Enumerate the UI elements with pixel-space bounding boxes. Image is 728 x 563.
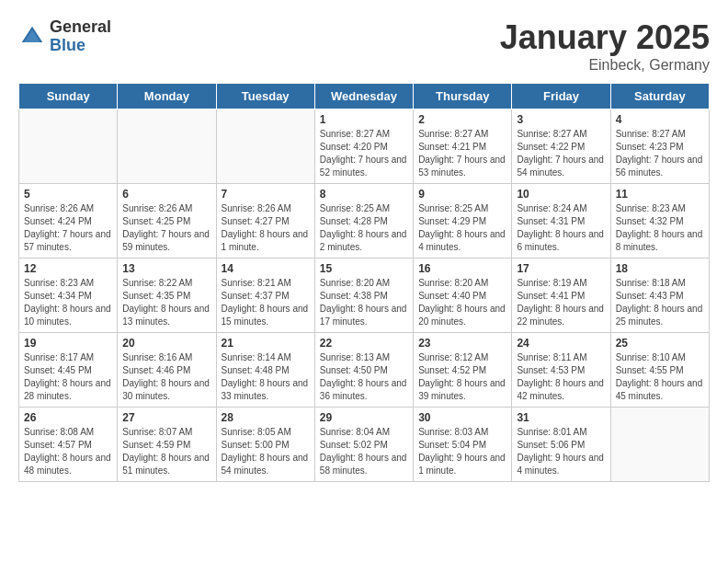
day-info: Sunrise: 8:23 AM Sunset: 4:32 PM Dayligh… (616, 202, 704, 254)
week-row-2: 5Sunrise: 8:26 AM Sunset: 4:24 PM Daylig… (19, 184, 710, 259)
calendar-cell: 25Sunrise: 8:10 AM Sunset: 4:55 PM Dayli… (610, 333, 709, 408)
weekday-header-monday: Monday (118, 84, 216, 109)
day-number: 1 (320, 113, 408, 126)
day-number: 26 (24, 411, 112, 424)
calendar-cell: 31Sunrise: 8:01 AM Sunset: 5:06 PM Dayli… (512, 408, 610, 482)
day-info: Sunrise: 8:26 AM Sunset: 4:25 PM Dayligh… (122, 202, 210, 254)
calendar-cell: 26Sunrise: 8:08 AM Sunset: 4:57 PM Dayli… (19, 408, 118, 482)
calendar-cell: 8Sunrise: 8:25 AM Sunset: 4:28 PM Daylig… (314, 184, 413, 259)
calendar-cell: 17Sunrise: 8:19 AM Sunset: 4:41 PM Dayli… (512, 259, 610, 333)
day-number: 20 (122, 337, 210, 350)
calendar-cell: 11Sunrise: 8:23 AM Sunset: 4:32 PM Dayli… (610, 184, 709, 259)
day-number: 13 (122, 262, 210, 275)
calendar-cell: 15Sunrise: 8:20 AM Sunset: 4:38 PM Dayli… (314, 259, 413, 333)
calendar-cell: 18Sunrise: 8:18 AM Sunset: 4:43 PM Dayli… (610, 259, 709, 333)
calendar-cell: 22Sunrise: 8:13 AM Sunset: 4:50 PM Dayli… (314, 333, 413, 408)
calendar-cell (118, 109, 216, 184)
day-info: Sunrise: 8:27 AM Sunset: 4:23 PM Dayligh… (616, 128, 704, 179)
weekday-row: SundayMondayTuesdayWednesdayThursdayFrid… (19, 84, 710, 109)
calendar-cell: 13Sunrise: 8:22 AM Sunset: 4:35 PM Dayli… (118, 259, 216, 333)
day-info: Sunrise: 8:22 AM Sunset: 4:35 PM Dayligh… (122, 277, 210, 328)
calendar-cell: 3Sunrise: 8:27 AM Sunset: 4:22 PM Daylig… (512, 109, 610, 184)
day-number: 9 (418, 188, 506, 201)
day-info: Sunrise: 8:25 AM Sunset: 4:28 PM Dayligh… (320, 202, 408, 254)
calendar-header: SundayMondayTuesdayWednesdayThursdayFrid… (19, 84, 710, 109)
day-info: Sunrise: 8:07 AM Sunset: 4:59 PM Dayligh… (122, 426, 210, 477)
day-info: Sunrise: 8:27 AM Sunset: 4:22 PM Dayligh… (517, 128, 605, 179)
day-info: Sunrise: 8:18 AM Sunset: 4:43 PM Dayligh… (616, 277, 704, 328)
day-number: 28 (222, 411, 310, 424)
logo-general: General (50, 18, 111, 37)
day-info: Sunrise: 8:21 AM Sunset: 4:37 PM Dayligh… (222, 277, 310, 328)
day-number: 31 (517, 411, 605, 424)
day-number: 29 (320, 411, 408, 424)
day-info: Sunrise: 8:05 AM Sunset: 5:00 PM Dayligh… (222, 426, 310, 477)
day-info: Sunrise: 8:24 AM Sunset: 4:31 PM Dayligh… (517, 202, 605, 254)
day-info: Sunrise: 8:08 AM Sunset: 4:57 PM Dayligh… (24, 426, 112, 477)
calendar-cell: 28Sunrise: 8:05 AM Sunset: 5:00 PM Dayli… (216, 408, 314, 482)
calendar-cell: 7Sunrise: 8:26 AM Sunset: 4:27 PM Daylig… (216, 184, 314, 259)
day-number: 12 (24, 262, 112, 275)
title-block: January 2025 Einbeck, Germany (500, 18, 710, 74)
week-row-5: 26Sunrise: 8:08 AM Sunset: 4:57 PM Dayli… (19, 408, 710, 482)
day-info: Sunrise: 8:16 AM Sunset: 4:46 PM Dayligh… (122, 351, 210, 403)
logo-icon (18, 23, 46, 51)
day-number: 10 (517, 188, 605, 201)
day-number: 7 (222, 188, 310, 201)
logo: General Blue (18, 18, 111, 55)
month-title: January 2025 (500, 18, 710, 57)
day-number: 23 (418, 337, 506, 350)
week-row-4: 19Sunrise: 8:17 AM Sunset: 4:45 PM Dayli… (19, 333, 710, 408)
day-info: Sunrise: 8:26 AM Sunset: 4:27 PM Dayligh… (222, 202, 310, 254)
day-number: 30 (418, 411, 506, 424)
day-number: 22 (320, 337, 408, 350)
calendar-cell (610, 408, 709, 482)
calendar-cell: 5Sunrise: 8:26 AM Sunset: 4:24 PM Daylig… (19, 184, 118, 259)
day-info: Sunrise: 8:04 AM Sunset: 5:02 PM Dayligh… (320, 426, 408, 477)
week-row-3: 12Sunrise: 8:23 AM Sunset: 4:34 PM Dayli… (19, 259, 710, 333)
day-number: 17 (517, 262, 605, 275)
day-info: Sunrise: 8:03 AM Sunset: 5:04 PM Dayligh… (418, 426, 506, 477)
calendar-body: 1Sunrise: 8:27 AM Sunset: 4:20 PM Daylig… (19, 109, 710, 482)
logo-text: General Blue (50, 18, 111, 55)
weekday-header-friday: Friday (512, 84, 610, 109)
calendar-cell: 19Sunrise: 8:17 AM Sunset: 4:45 PM Dayli… (19, 333, 118, 408)
calendar-cell: 9Sunrise: 8:25 AM Sunset: 4:29 PM Daylig… (414, 184, 512, 259)
calendar-cell: 6Sunrise: 8:26 AM Sunset: 4:25 PM Daylig… (118, 184, 216, 259)
page-header: General Blue January 2025 Einbeck, Germa… (18, 18, 710, 74)
weekday-header-thursday: Thursday (414, 84, 512, 109)
day-number: 14 (222, 262, 310, 275)
calendar-cell: 4Sunrise: 8:27 AM Sunset: 4:23 PM Daylig… (610, 109, 709, 184)
day-info: Sunrise: 8:13 AM Sunset: 4:50 PM Dayligh… (320, 351, 408, 403)
day-number: 4 (616, 113, 704, 126)
day-number: 21 (222, 337, 310, 350)
calendar-cell: 14Sunrise: 8:21 AM Sunset: 4:37 PM Dayli… (216, 259, 314, 333)
calendar-cell: 30Sunrise: 8:03 AM Sunset: 5:04 PM Dayli… (414, 408, 512, 482)
day-info: Sunrise: 8:27 AM Sunset: 4:20 PM Dayligh… (320, 128, 408, 179)
day-info: Sunrise: 8:11 AM Sunset: 4:53 PM Dayligh… (517, 351, 605, 403)
day-info: Sunrise: 8:10 AM Sunset: 4:55 PM Dayligh… (616, 351, 704, 403)
day-info: Sunrise: 8:19 AM Sunset: 4:41 PM Dayligh… (517, 277, 605, 328)
day-info: Sunrise: 8:14 AM Sunset: 4:48 PM Dayligh… (222, 351, 310, 403)
calendar-cell: 12Sunrise: 8:23 AM Sunset: 4:34 PM Dayli… (19, 259, 118, 333)
calendar-cell: 16Sunrise: 8:20 AM Sunset: 4:40 PM Dayli… (414, 259, 512, 333)
day-info: Sunrise: 8:26 AM Sunset: 4:24 PM Dayligh… (24, 202, 112, 254)
day-info: Sunrise: 8:01 AM Sunset: 5:06 PM Dayligh… (517, 426, 605, 477)
weekday-header-sunday: Sunday (19, 84, 118, 109)
day-number: 11 (616, 188, 704, 201)
day-number: 19 (24, 337, 112, 350)
calendar-cell: 29Sunrise: 8:04 AM Sunset: 5:02 PM Dayli… (314, 408, 413, 482)
day-number: 5 (24, 188, 112, 201)
calendar-cell: 1Sunrise: 8:27 AM Sunset: 4:20 PM Daylig… (314, 109, 413, 184)
day-number: 24 (517, 337, 605, 350)
calendar-cell: 21Sunrise: 8:14 AM Sunset: 4:48 PM Dayli… (216, 333, 314, 408)
day-info: Sunrise: 8:20 AM Sunset: 4:40 PM Dayligh… (418, 277, 506, 328)
calendar-cell: 10Sunrise: 8:24 AM Sunset: 4:31 PM Dayli… (512, 184, 610, 259)
calendar-cell: 23Sunrise: 8:12 AM Sunset: 4:52 PM Dayli… (414, 333, 512, 408)
day-number: 2 (418, 113, 506, 126)
weekday-header-tuesday: Tuesday (216, 84, 314, 109)
day-number: 18 (616, 262, 704, 275)
day-number: 15 (320, 262, 408, 275)
calendar-cell: 24Sunrise: 8:11 AM Sunset: 4:53 PM Dayli… (512, 333, 610, 408)
day-info: Sunrise: 8:20 AM Sunset: 4:38 PM Dayligh… (320, 277, 408, 328)
